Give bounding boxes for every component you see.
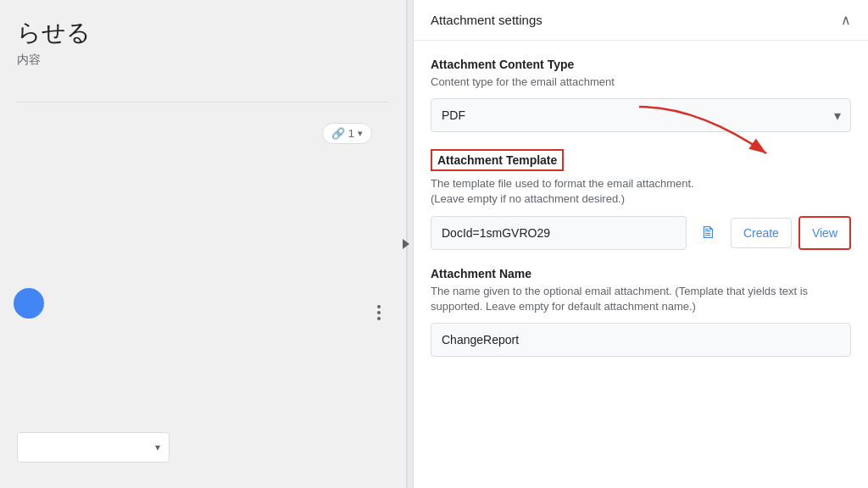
attachment-name-title: Attachment Name bbox=[431, 267, 851, 280]
create-button[interactable]: Create bbox=[731, 218, 792, 248]
panel-arrow-icon bbox=[403, 239, 409, 249]
attachment-name-section: Attachment Name The name given to the op… bbox=[431, 267, 851, 357]
content-type-desc: Content type for the email attachment bbox=[431, 75, 851, 90]
attachment-template-section: Attachment Template The template file us… bbox=[431, 149, 851, 249]
settings-header: Attachment settings ∧ bbox=[414, 0, 868, 41]
content-type-select-wrapper: PDF Word Excel ▾ bbox=[431, 98, 851, 132]
blue-circle bbox=[14, 288, 44, 319]
right-panel: Attachment settings ∧ Attachment Content… bbox=[414, 0, 868, 488]
settings-title: Attachment settings bbox=[431, 13, 542, 27]
left-content: らせる 内容 🔗 1 ▾ bbox=[0, 0, 406, 229]
bottom-select[interactable]: ▾ bbox=[17, 432, 170, 463]
view-button[interactable]: View bbox=[800, 218, 849, 248]
divider bbox=[17, 102, 389, 103]
left-panel: らせる 内容 🔗 1 ▾ ▾ bbox=[0, 0, 407, 488]
link-count: 1 bbox=[348, 127, 354, 140]
bottom-select-area: ▾ bbox=[17, 432, 389, 463]
attachment-name-input[interactable] bbox=[431, 323, 851, 357]
template-desc-1: The template file used to format the ema… bbox=[431, 176, 851, 207]
attachment-name-desc: The name given to the optional email att… bbox=[431, 284, 851, 314]
document-icon: 🗎 bbox=[700, 223, 717, 242]
content-type-select[interactable]: PDF Word Excel bbox=[431, 98, 851, 132]
panel-divider bbox=[407, 0, 414, 488]
japanese-subtitle: 内容 bbox=[17, 53, 389, 68]
doc-icon-button[interactable]: 🗎 bbox=[693, 218, 724, 248]
three-dots-menu[interactable] bbox=[377, 305, 381, 320]
doc-id-input[interactable] bbox=[431, 216, 687, 250]
view-button-wrapper: View bbox=[798, 216, 851, 250]
template-label-box: Attachment Template bbox=[431, 149, 564, 171]
template-input-row: 🗎 Create View bbox=[431, 216, 851, 250]
content-type-section: Attachment Content Type Content type for… bbox=[431, 58, 851, 132]
link-icon: 🔗 bbox=[331, 127, 345, 140]
settings-body: Attachment Content Type Content type for… bbox=[414, 41, 868, 391]
collapse-icon[interactable]: ∧ bbox=[841, 12, 851, 28]
chevron-down-icon: ▾ bbox=[358, 128, 363, 139]
select-chevron-icon: ▾ bbox=[155, 441, 160, 453]
japanese-title: らせる bbox=[17, 17, 389, 49]
link-badge[interactable]: 🔗 1 ▾ bbox=[322, 123, 372, 144]
content-type-title: Attachment Content Type bbox=[431, 58, 851, 71]
template-label: Attachment Template bbox=[437, 153, 557, 167]
